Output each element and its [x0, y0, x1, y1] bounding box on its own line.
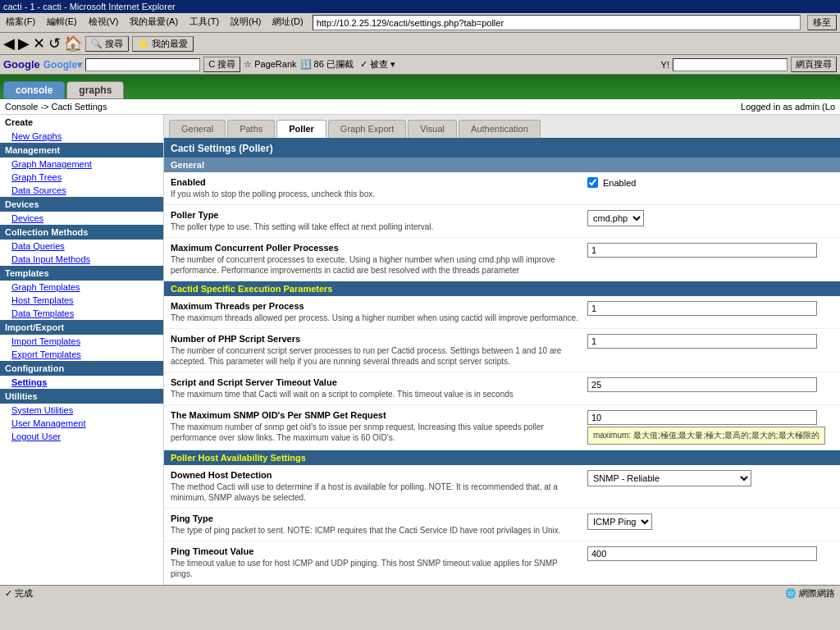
yahoo-label: Y! — [661, 60, 669, 70]
sidebar-section-collection[interactable]: Collection Methods — [0, 225, 163, 240]
max-concurrent-label: Maximum Concurrent Poller Processes — [171, 243, 579, 253]
go-button[interactable]: 移至 — [807, 15, 837, 30]
tab-graph-export[interactable]: Graph Export — [328, 120, 406, 138]
ping-type-label: Ping Type — [171, 514, 579, 523]
max-concurrent-desc: The number of concurrent processes to ex… — [171, 254, 579, 276]
enabled-control: Enabled — [587, 177, 833, 188]
poller-type-desc: The poller type to use. This setting wil… — [171, 221, 579, 232]
sidebar-item-graph-management[interactable]: Graph Management — [0, 158, 163, 171]
yahoo-search-btn[interactable]: 網頁搜尋 — [791, 57, 837, 72]
sidebar-item-system-utilities[interactable]: System Utilities — [0, 404, 163, 417]
sidebar-section-management[interactable]: Management — [0, 143, 163, 158]
sidebar-item-new-graphs[interactable]: New Graphs — [0, 130, 163, 143]
snmp-tooltip: maximum: 最大值;極值;最大量;極大;最高的;最大的;最大極限的 — [587, 427, 825, 445]
browser-chrome: cacti - 1 - cacti - Microsoft Internet E… — [0, 0, 840, 75]
enabled-label: Enabled — [171, 177, 579, 187]
sidebar-item-settings[interactable]: Settings — [0, 376, 163, 389]
page-title: Cacti Settings (Poller) — [164, 139, 840, 158]
yahoo-search-input[interactable] — [673, 58, 788, 71]
refresh-button[interactable]: ↺ — [48, 34, 61, 52]
home-button[interactable]: 🏠 — [64, 34, 82, 52]
menu-view[interactable]: 檢視(V) — [86, 15, 121, 30]
network-status: 🌐 網際網路 — [785, 587, 835, 600]
enabled-checkbox[interactable] — [587, 177, 598, 188]
downed-host-desc: The method Cacti will use to determine i… — [171, 482, 579, 503]
setting-row-ping-type: Ping Type The type of ping packet to sen… — [164, 509, 840, 541]
sidebar-item-host-templates[interactable]: Host Templates — [0, 294, 163, 307]
favorites-button[interactable]: ⭐ 我的最愛 — [132, 36, 194, 52]
main-layout: Create New Graphs Management Graph Manag… — [0, 115, 840, 585]
script-timeout-input[interactable] — [587, 377, 817, 392]
max-snmp-oids-desc: The maximum number of snmp get oid's to … — [171, 422, 579, 443]
ping-type-select[interactable]: ICMP Ping UDP Ping TCP Ping — [587, 514, 652, 530]
menu-help[interactable]: 說明(H) — [228, 15, 263, 30]
setting-row-ping-timeout: Ping Timeout Value The timeout value to … — [164, 541, 840, 585]
sidebar-item-user-management[interactable]: User Management — [0, 417, 163, 430]
max-snmp-oids-label: The Maximum SNMP OID's Per SNMP Get Requ… — [171, 410, 579, 420]
settings-tabs: General Paths Poller Graph Export Visual… — [164, 115, 840, 139]
downed-host-select[interactable]: SNMP - Reliable SNMP - Ping Ping None — [587, 470, 751, 486]
breadcrumb-bar: Console -> Cacti Settings Logged in as a… — [0, 99, 840, 115]
address-input[interactable] — [313, 15, 801, 30]
max-threads-desc: The maximum threads allowed per process.… — [171, 313, 579, 323]
sidebar-item-logout[interactable]: Logout User — [0, 430, 163, 443]
check-label: ✓ 被查 ▾ — [360, 58, 395, 71]
poller-type-label: Poller Type — [171, 210, 579, 220]
tab-graphs[interactable]: graphs — [66, 81, 124, 99]
google-search-input[interactable] — [85, 58, 200, 71]
sidebar-section-devices[interactable]: Devices — [0, 197, 163, 212]
sidebar-item-data-sources[interactable]: Data Sources — [0, 184, 163, 197]
google-search-btn[interactable]: C 搜尋 — [203, 57, 240, 72]
downed-host-label-area: Downed Host Detection The method Cacti w… — [171, 470, 587, 503]
tab-authentication[interactable]: Authentication — [459, 120, 541, 138]
sidebar: Create New Graphs Management Graph Manag… — [0, 115, 164, 585]
script-timeout-desc: The maximum time that Cacti will wait on… — [171, 389, 579, 399]
sidebar-item-data-input[interactable]: Data Input Methods — [0, 253, 163, 266]
poller-host-section-header: Poller Host Availability Settings — [164, 450, 840, 465]
menu-tools[interactable]: 工具(T) — [187, 15, 221, 30]
tab-general[interactable]: General — [169, 120, 226, 138]
max-snmp-oids-control: maximum: 最大值;極值;最大量;極大;最高的;最大的;最大極限的 — [587, 410, 833, 445]
search-button[interactable]: 🔍 搜尋 — [85, 36, 129, 52]
sidebar-item-data-templates[interactable]: Data Templates — [0, 307, 163, 320]
menu-edit[interactable]: 編輯(E) — [44, 15, 80, 30]
sidebar-create-label: Create — [0, 115, 163, 130]
max-threads-input[interactable] — [587, 301, 817, 316]
google-logo-text: Google▾ — [43, 59, 82, 71]
setting-row-downed-host: Downed Host Detection The method Cacti w… — [164, 465, 840, 509]
back-button[interactable]: ◀ — [3, 34, 15, 52]
forward-button[interactable]: ▶ — [18, 34, 30, 52]
php-servers-desc: The number of concurrent script server p… — [171, 345, 579, 367]
menu-favorites[interactable]: 我的最愛(A) — [127, 15, 180, 30]
sidebar-item-export-templates[interactable]: Export Templates — [0, 348, 163, 361]
ping-timeout-desc: The timeout value to use for host ICMP a… — [171, 558, 579, 579]
php-servers-label-area: Number of PHP Script Servers The number … — [171, 334, 587, 367]
max-snmp-oids-label-area: The Maximum SNMP OID's Per SNMP Get Requ… — [171, 410, 587, 443]
enabled-desc: If you wish to stop the polling process,… — [171, 189, 579, 199]
ping-timeout-control — [587, 546, 833, 561]
poller-type-select[interactable]: cmd.php cactid — [587, 210, 644, 226]
tab-console[interactable]: console — [3, 81, 65, 99]
sidebar-item-graph-templates[interactable]: Graph Templates — [0, 281, 163, 294]
setting-row-poller-type: Poller Type The poller type to use. This… — [164, 205, 840, 238]
sidebar-item-data-queries[interactable]: Data Queries — [0, 240, 163, 253]
tab-poller[interactable]: Poller — [276, 120, 326, 138]
sidebar-section-configuration[interactable]: Configuration — [0, 361, 163, 376]
tab-visual[interactable]: Visual — [408, 120, 457, 138]
stop-button[interactable]: ✕ — [33, 34, 45, 52]
menu-file[interactable]: 檔案(F) — [3, 15, 38, 30]
sidebar-item-import-templates[interactable]: Import Templates — [0, 335, 163, 348]
tab-paths[interactable]: Paths — [227, 120, 275, 138]
max-snmp-oids-input[interactable] — [587, 410, 817, 425]
sidebar-item-graph-trees[interactable]: Graph Trees — [0, 171, 163, 184]
php-servers-input[interactable] — [587, 334, 817, 349]
max-concurrent-input[interactable] — [587, 243, 817, 258]
sidebar-section-templates[interactable]: Templates — [0, 266, 163, 281]
sidebar-section-import-export[interactable]: Import/Export — [0, 320, 163, 335]
sidebar-section-utilities[interactable]: Utilities — [0, 389, 163, 404]
alexa-label: 🔢 86 已攔截 — [300, 58, 354, 71]
sidebar-item-devices[interactable]: Devices — [0, 212, 163, 225]
cacti-header: console graphs — [0, 75, 840, 99]
status-bar: ✓ 完成 🌐 網際網路 — [0, 585, 840, 601]
ping-timeout-input[interactable] — [587, 546, 817, 561]
